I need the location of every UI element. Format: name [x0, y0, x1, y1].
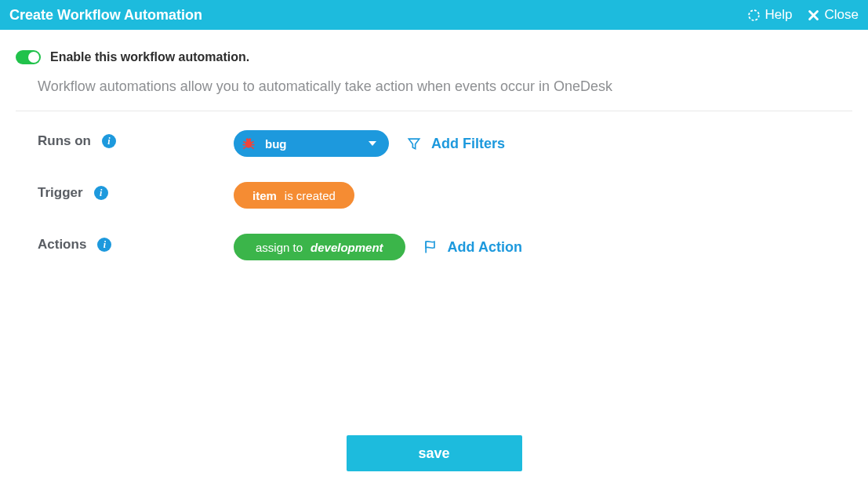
info-icon[interactable]: i	[97, 238, 111, 252]
trigger-row: Trigger i item is created	[38, 182, 852, 209]
svg-point-11	[249, 138, 251, 140]
actions-label-wrap: Actions i	[38, 234, 234, 253]
modal-content: Enable this workflow automation. Workflo…	[0, 30, 868, 260]
help-icon	[747, 9, 761, 22]
runs-on-label-wrap: Runs on i	[38, 130, 234, 149]
svg-line-8	[243, 147, 245, 149]
add-filters-label: Add Filters	[431, 136, 505, 152]
action-verb: assign to	[256, 241, 303, 254]
add-filters-button[interactable]: Add Filters	[406, 136, 505, 152]
flag-icon	[423, 239, 438, 255]
add-action-button[interactable]: Add Action	[423, 239, 522, 256]
runs-on-label: Runs on	[38, 133, 91, 149]
close-button[interactable]: Close	[807, 7, 859, 23]
filter-icon	[406, 136, 422, 151]
trigger-subject: item	[252, 189, 277, 202]
trigger-controls: item is created	[234, 182, 354, 209]
svg-line-5	[251, 142, 253, 144]
runs-on-select[interactable]: bug	[234, 130, 389, 157]
close-label: Close	[825, 7, 859, 23]
runs-on-value: bug	[265, 137, 287, 151]
actions-row: Actions i assign to development Add Acti…	[38, 234, 852, 260]
description-text: Workflow automations allow you to automa…	[16, 78, 852, 111]
svg-point-10	[246, 138, 249, 140]
save-button[interactable]: save	[347, 435, 522, 471]
actions-label: Actions	[38, 237, 86, 253]
runs-on-row: Runs on i	[38, 130, 852, 157]
divider	[16, 111, 852, 111]
close-icon	[807, 9, 820, 22]
bug-icon	[240, 135, 257, 152]
enable-toggle[interactable]	[16, 50, 41, 64]
enable-row: Enable this workflow automation.	[16, 50, 852, 64]
header-actions: Help Close	[747, 7, 859, 23]
runs-on-controls: bug Add Filters	[234, 130, 505, 157]
modal-title: Create Workflow Automation	[9, 7, 202, 24]
action-target: development	[311, 241, 383, 254]
help-label: Help	[765, 7, 793, 23]
help-button[interactable]: Help	[747, 7, 793, 23]
chevron-down-icon	[369, 141, 376, 146]
trigger-label-wrap: Trigger i	[38, 182, 234, 201]
config-rows: Runs on i	[16, 130, 852, 260]
add-action-label: Add Action	[448, 239, 522, 256]
svg-point-3	[245, 140, 252, 148]
toggle-knob	[28, 52, 39, 63]
svg-line-9	[251, 147, 253, 149]
actions-controls: assign to development Add Action	[234, 234, 522, 260]
trigger-pill[interactable]: item is created	[234, 182, 354, 209]
action-pill[interactable]: assign to development	[234, 234, 405, 260]
svg-point-0	[749, 10, 759, 20]
info-icon[interactable]: i	[102, 134, 116, 148]
trigger-label: Trigger	[38, 185, 83, 201]
svg-line-4	[243, 142, 245, 144]
modal-header: Create Workflow Automation Help Close	[0, 0, 868, 30]
footer: save	[0, 435, 868, 471]
trigger-predicate: is created	[285, 189, 336, 202]
info-icon[interactable]: i	[94, 186, 108, 200]
enable-label: Enable this workflow automation.	[50, 50, 249, 64]
